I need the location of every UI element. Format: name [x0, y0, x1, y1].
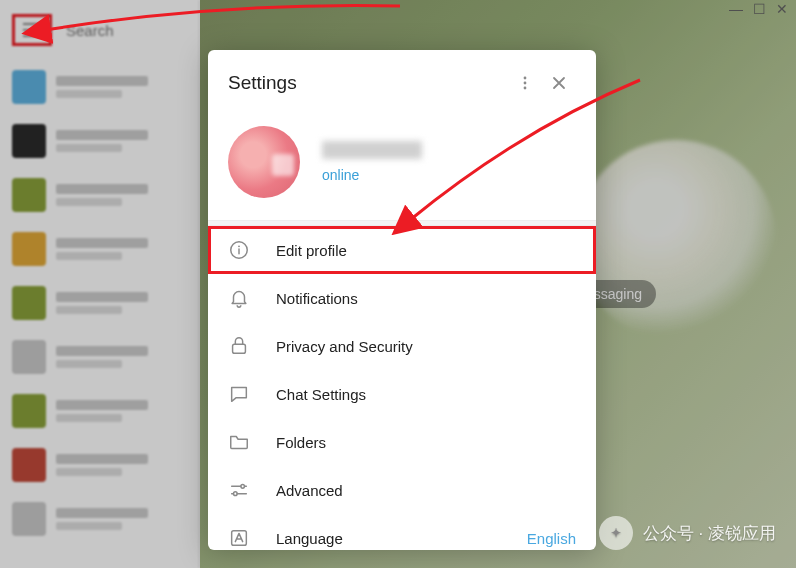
- svg-point-0: [524, 77, 527, 80]
- svg-point-1: [524, 82, 527, 85]
- svg-point-6: [241, 485, 245, 489]
- info-icon: [228, 239, 250, 261]
- settings-title: Settings: [228, 72, 508, 94]
- folder-icon: [228, 431, 250, 453]
- svg-point-4: [238, 245, 240, 247]
- sliders-icon: [228, 479, 250, 501]
- watermark-icon: ✦: [599, 516, 633, 550]
- more-options-button[interactable]: [508, 66, 542, 100]
- folders-label: Folders: [276, 434, 576, 451]
- svg-rect-5: [233, 344, 246, 353]
- svg-point-7: [234, 492, 238, 496]
- watermark-text: 公众号 · 凌锐应用: [643, 522, 776, 545]
- language-label: Language: [276, 530, 501, 547]
- privacy-label: Privacy and Security: [276, 338, 576, 355]
- lock-icon: [228, 335, 250, 357]
- notifications-label: Notifications: [276, 290, 576, 307]
- advanced-item[interactable]: Advanced: [208, 466, 596, 514]
- profile-name-blurred: [322, 141, 422, 159]
- profile-avatar[interactable]: [228, 126, 300, 198]
- language-value: English: [527, 530, 576, 547]
- privacy-item[interactable]: Privacy and Security: [208, 322, 596, 370]
- profile-status: online: [322, 167, 422, 183]
- more-vertical-icon: [517, 75, 533, 91]
- advanced-label: Advanced: [276, 482, 576, 499]
- settings-modal: Settings online Edit profile Notificatio…: [208, 50, 596, 550]
- chat-icon: [228, 383, 250, 405]
- notifications-item[interactable]: Notifications: [208, 274, 596, 322]
- chat-settings-label: Chat Settings: [276, 386, 576, 403]
- language-item[interactable]: Language English: [208, 514, 596, 562]
- bell-icon: [228, 287, 250, 309]
- close-icon: [551, 75, 567, 91]
- language-icon: [228, 527, 250, 549]
- folders-item[interactable]: Folders: [208, 418, 596, 466]
- chat-settings-item[interactable]: Chat Settings: [208, 370, 596, 418]
- close-modal-button[interactable]: [542, 66, 576, 100]
- watermark: ✦ 公众号 · 凌锐应用: [599, 516, 776, 550]
- edit-profile-label: Edit profile: [276, 242, 576, 259]
- svg-point-2: [524, 87, 527, 90]
- edit-profile-item[interactable]: Edit profile: [208, 226, 596, 274]
